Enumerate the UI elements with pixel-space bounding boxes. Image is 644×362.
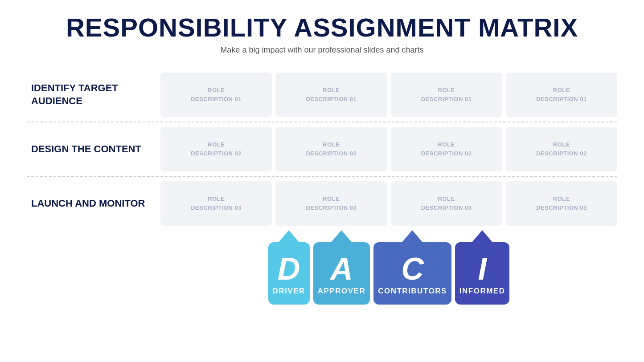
cell-text-1-3: ROLE DESCRIPTION 02 xyxy=(536,140,587,158)
arrow-notch-3 xyxy=(472,230,493,243)
badge-letter-2: C xyxy=(401,253,424,285)
arrow-notch-1 xyxy=(331,230,352,243)
cell-2-2: ROLE DESCRIPTION 03 xyxy=(391,181,502,226)
cell-text-2-2: ROLE DESCRIPTION 03 xyxy=(421,195,472,212)
cell-1-0: ROLE DESCRIPTION 02 xyxy=(160,127,272,171)
footer-column-2: CCONTRIBUTORS xyxy=(373,230,451,305)
matrix-row-1: DESIGN THE CONTENTROLE DESCRIPTION 02ROL… xyxy=(27,122,617,177)
cell-2-0: ROLE DESCRIPTION 03 xyxy=(160,181,272,226)
cell-1-3: ROLE DESCRIPTION 02 xyxy=(506,127,617,171)
badge-letter-3: I xyxy=(478,253,486,285)
badge-label-3: INFORMED xyxy=(459,287,505,296)
cell-text-2-0: ROLE DESCRIPTION 03 xyxy=(191,195,242,212)
cell-1-2: ROLE DESCRIPTION 02 xyxy=(391,127,502,171)
row-label-text-0: IDENTIFY TARGET AUDIENCE xyxy=(31,82,156,107)
cell-0-0: ROLE DESCRIPTION 01 xyxy=(160,73,272,117)
subtitle: Make a big impact with our professional … xyxy=(66,45,578,55)
badge-label-2: CONTRIBUTORS xyxy=(378,287,447,296)
arrow-notch-2 xyxy=(402,230,423,243)
cell-text-0-0: ROLE DESCRIPTION 01 xyxy=(191,86,242,103)
footer-badge-2: CCONTRIBUTORS xyxy=(373,242,451,305)
cell-text-2-1: ROLE DESCRIPTION 03 xyxy=(306,195,357,212)
row-label-1: DESIGN THE CONTENT xyxy=(27,122,160,176)
row-label-text-2: LAUNCH AND MONITOR xyxy=(31,197,145,210)
row-label-2: LAUNCH AND MONITOR xyxy=(27,177,160,230)
matrix-container: IDENTIFY TARGET AUDIENCEROLE DESCRIPTION… xyxy=(27,68,617,230)
cell-text-1-1: ROLE DESCRIPTION 02 xyxy=(306,140,357,158)
arrow-notch-0 xyxy=(278,230,299,243)
main-title: RESPONSIBILITY ASSIGNMENT MATRIX xyxy=(66,13,578,42)
cell-2-1: ROLE DESCRIPTION 03 xyxy=(275,181,387,226)
footer-badge-3: IINFORMED xyxy=(455,242,510,305)
cells-row-0: ROLE DESCRIPTION 01ROLE DESCRIPTION 01RO… xyxy=(160,68,617,122)
footer-badge-1: AAPPROVER xyxy=(313,242,370,305)
badge-label-0: DRIVER xyxy=(273,287,305,296)
cell-text-0-2: ROLE DESCRIPTION 01 xyxy=(421,86,472,103)
badge-letter-0: D xyxy=(278,253,300,285)
cell-text-0-3: ROLE DESCRIPTION 01 xyxy=(536,86,587,103)
cells-row-1: ROLE DESCRIPTION 02ROLE DESCRIPTION 02RO… xyxy=(160,122,617,176)
cell-text-1-2: ROLE DESCRIPTION 02 xyxy=(421,140,472,158)
header: RESPONSIBILITY ASSIGNMENT MATRIX Make a … xyxy=(66,13,578,55)
badge-label-1: APPROVER xyxy=(318,287,365,296)
row-label-text-1: DESIGN THE CONTENT xyxy=(31,143,141,156)
matrix-row-0: IDENTIFY TARGET AUDIENCEROLE DESCRIPTION… xyxy=(27,68,617,122)
matrix-row-2: LAUNCH AND MONITORROLE DESCRIPTION 03ROL… xyxy=(27,177,617,230)
row-label-0: IDENTIFY TARGET AUDIENCE xyxy=(27,68,160,122)
cell-text-0-1: ROLE DESCRIPTION 01 xyxy=(306,86,357,103)
cell-text-2-3: ROLE DESCRIPTION 03 xyxy=(536,195,587,212)
badge-letter-1: A xyxy=(330,253,353,285)
cells-row-2: ROLE DESCRIPTION 03ROLE DESCRIPTION 03RO… xyxy=(160,177,617,230)
footer-row: DDRIVERAAPPROVERCCONTRIBUTORSIINFORMED xyxy=(135,230,510,305)
footer-badge-0: DDRIVER xyxy=(268,242,310,305)
cell-0-1: ROLE DESCRIPTION 01 xyxy=(275,73,387,117)
cell-2-3: ROLE DESCRIPTION 03 xyxy=(506,181,617,226)
footer-column-0: DDRIVER xyxy=(268,230,310,305)
footer-column-3: IINFORMED xyxy=(455,230,510,305)
cell-text-1-0: ROLE DESCRIPTION 02 xyxy=(191,140,242,158)
cell-0-3: ROLE DESCRIPTION 01 xyxy=(506,73,617,117)
cell-1-1: ROLE DESCRIPTION 02 xyxy=(275,127,387,171)
footer-column-1: AAPPROVER xyxy=(313,230,370,305)
cell-0-2: ROLE DESCRIPTION 01 xyxy=(391,73,502,117)
